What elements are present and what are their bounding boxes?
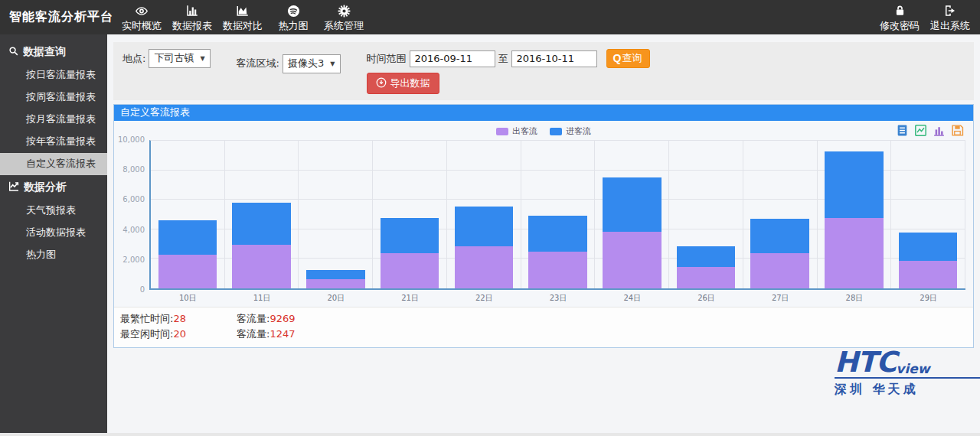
- nav-heatmap[interactable]: 热力图: [268, 0, 318, 34]
- plot-area: [149, 140, 965, 290]
- bar-segment-进客流: [677, 246, 736, 268]
- toolbox-line-chart-icon[interactable]: [914, 124, 927, 137]
- x-axis-label: 27日: [743, 293, 818, 304]
- main-content: 地点: 下司古镇 ▼ 客流区域: 摄像头3 ▼ 时间范围 至: [107, 34, 980, 433]
- nav-realtime-overview[interactable]: 实时概览: [116, 0, 167, 34]
- export-data-button[interactable]: 导出数据: [367, 73, 439, 94]
- summary-pair: 最繁忙时间:28: [120, 312, 237, 326]
- y-axis-label: 6,000: [122, 195, 145, 203]
- x-axis-label: 11日: [225, 293, 299, 304]
- bar-segment-进客流: [825, 151, 884, 218]
- search-icon: [8, 45, 19, 59]
- bar-segment-出客流: [306, 279, 365, 288]
- bar-segment-进客流: [232, 203, 291, 245]
- top-right-actions: 修改密码退出系统: [874, 0, 975, 34]
- nav-change-password[interactable]: 修改密码: [874, 0, 925, 34]
- end-date-input[interactable]: [511, 50, 597, 67]
- x-axis: 10日11日20日21日22日23日24日26日27日28日29日: [151, 290, 965, 304]
- summary-pair: 客流量:1247: [237, 327, 295, 341]
- y-axis-label: 8,000: [122, 165, 145, 174]
- heatmap-icon: [286, 4, 301, 18]
- legend-label: 出客流: [512, 125, 537, 137]
- bar-segment-出客流: [677, 267, 736, 288]
- area-label: 客流区域:: [237, 57, 279, 69]
- nav-label-realtime-overview: 实时概览: [122, 19, 162, 33]
- bar-chart-icon: [185, 4, 200, 18]
- app-title: 智能客流分析平台: [0, 0, 116, 34]
- camera-select[interactable]: 摄像头3 ▼: [283, 54, 340, 73]
- toolbox-bar-chart-icon[interactable]: [933, 124, 946, 137]
- sidebar-item-custom-flow-report[interactable]: 自定义客流报表: [0, 153, 107, 175]
- bar-segment-进客流: [603, 177, 662, 233]
- chart-legend: 出客流进客流: [122, 125, 965, 137]
- chart-toolbox: [896, 124, 964, 137]
- dataview-icon[interactable]: [896, 124, 909, 137]
- legend-label: 进客流: [566, 125, 591, 137]
- filter-bar: 地点: 下司古镇 ▼ 客流区域: 摄像头3 ▼ 时间范围 至: [113, 42, 974, 100]
- bar-group-0: [151, 141, 225, 288]
- top-bar: 智能客流分析平台 实时概览数据报表数据对比热力图系统管理 修改密码退出系统: [0, 0, 980, 34]
- logo-text-main: HTC: [835, 350, 896, 375]
- legend-swatch: [550, 128, 562, 135]
- bar-segment-出客流: [603, 232, 662, 288]
- sidebar-item-heatmap-report[interactable]: 热力图: [0, 244, 107, 266]
- sidebar-item-daily-flow-report[interactable]: 按日客流量报表: [0, 64, 107, 86]
- bar-stack-5: [528, 141, 587, 288]
- nav-logout[interactable]: 退出系统: [925, 0, 975, 34]
- report-panel: 自定义客流报表 出客流进客流 02,0004,0006,0008,00010,0…: [113, 104, 974, 348]
- save-image-icon[interactable]: [951, 124, 964, 137]
- logo-text-sub: view: [896, 363, 929, 375]
- sidebar-section-label: 数据查询: [23, 45, 66, 59]
- nav-system-management[interactable]: 系统管理: [318, 0, 369, 34]
- bar-segment-进客流: [750, 219, 809, 253]
- nav-label-data-reports: 数据报表: [172, 19, 212, 33]
- bar-group-1: [225, 141, 299, 288]
- line-chart-icon: [8, 180, 20, 194]
- summary-value: 9269: [270, 313, 295, 324]
- sidebar-item-activity-data-report[interactable]: 活动数据报表: [0, 222, 107, 244]
- legend-item-1[interactable]: 进客流: [550, 125, 591, 137]
- location-select[interactable]: 下司古镇 ▼: [149, 49, 210, 68]
- bar-stack-2: [306, 141, 365, 288]
- logo-tagline: 深圳 华天成: [835, 382, 980, 398]
- bar-segment-进客流: [528, 216, 587, 252]
- bar-segment-出客流: [528, 252, 587, 288]
- location-label: 地点:: [122, 52, 145, 66]
- y-axis-label: 0: [140, 285, 145, 294]
- area-chart-icon: [235, 4, 250, 18]
- sidebar-item-monthly-flow-report[interactable]: 按月客流量报表: [0, 109, 107, 131]
- query-button[interactable]: Q 查询: [606, 49, 651, 68]
- bar-stack-6: [603, 141, 662, 288]
- nav-data-comparison[interactable]: 数据对比: [217, 0, 268, 34]
- brand-logo: HTC view 深圳 华天成: [835, 350, 980, 398]
- x-axis-label: 22日: [447, 293, 521, 304]
- bar-group-7: [669, 141, 743, 288]
- bar-segment-出客流: [455, 246, 514, 288]
- time-range-label: 时间范围: [367, 52, 407, 66]
- summary-row-0: 最繁忙时间:28客流量:9269: [120, 311, 967, 327]
- bar-segment-进客流: [899, 233, 958, 260]
- x-axis-label: 23日: [521, 293, 596, 304]
- summary-stats: 最繁忙时间:28客流量:9269最空闲时间:20客流量:1247: [114, 307, 973, 347]
- bar-segment-出客流: [381, 253, 439, 288]
- bar-group-9: [818, 141, 892, 288]
- summary-value: 1247: [270, 328, 295, 340]
- bar-stack-4: [455, 141, 514, 288]
- gear-icon: [337, 4, 351, 18]
- bar-group-5: [521, 141, 596, 288]
- bar-segment-进客流: [455, 207, 514, 246]
- bar-stack-1: [232, 141, 291, 288]
- sidebar-item-weekly-flow-report[interactable]: 按周客流量报表: [0, 86, 107, 109]
- sidebar-item-yearly-flow-report[interactable]: 按年客流量报表: [0, 131, 107, 153]
- eye-icon: [133, 4, 150, 18]
- nav-data-reports[interactable]: 数据报表: [167, 0, 217, 34]
- sidebar-section-data-analysis: 数据分析: [0, 175, 107, 200]
- bar-stack-8: [750, 141, 809, 288]
- sidebar-item-weather-forecast-report[interactable]: 天气预报表: [0, 200, 107, 222]
- legend-item-0[interactable]: 出客流: [496, 125, 537, 137]
- start-date-input[interactable]: [410, 50, 495, 67]
- bar-segment-进客流: [381, 218, 439, 253]
- bar-group-6: [595, 141, 669, 288]
- x-axis-label: 24日: [595, 293, 669, 304]
- y-axis-label: 2,000: [122, 255, 145, 264]
